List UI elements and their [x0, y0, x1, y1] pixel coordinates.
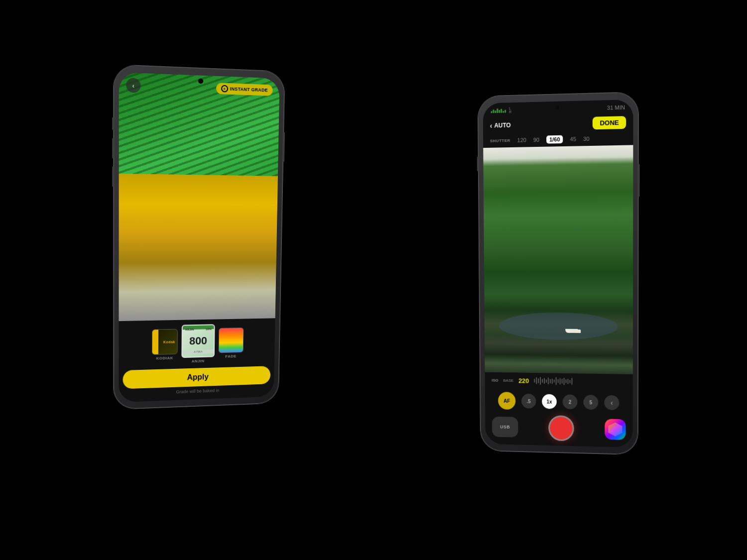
apply-label: Apply [187, 372, 209, 382]
kodiak-card-inner: Kodak [152, 329, 178, 354]
done-button[interactable]: DONE [593, 116, 626, 129]
lut-button[interactable] [605, 419, 625, 440]
instant-grade-icon: + [221, 85, 228, 92]
chevron-left-icon: ‹ [490, 121, 493, 129]
chevron-left-icon: ‹ [132, 81, 135, 89]
phone2-screen: LR 31 MIN ‹ AUTO DONE SHUTTER 120 90 1/6… [483, 99, 633, 447]
shutter-30[interactable]: 30 [583, 135, 589, 141]
kodiak-label: KODIAK [156, 355, 173, 360]
phone2-right-button [638, 164, 640, 197]
anjin-card-inner: ANJIN 19% 800 A-T9KA [181, 324, 215, 358]
phone2-left-button [477, 156, 479, 171]
film-card-anjin[interactable]: ANJIN 19% 800 A-T9KA ANJIN [181, 324, 215, 364]
film-strip-row: Kodak KODIAK ANJIN 19% 800 [123, 323, 271, 365]
audio-levels [491, 108, 506, 112]
audio-bar-1 [491, 111, 493, 112]
iso-ticks [534, 375, 626, 387]
phone1-silent-switch [112, 117, 114, 130]
af-button[interactable]: AF [498, 392, 515, 410]
zoom-2x-button[interactable]: 2 [563, 394, 578, 409]
instant-grade-button[interactable]: + Instant Grade [216, 83, 273, 96]
tick [554, 379, 555, 382]
anjin-label: ANJIN [192, 358, 205, 363]
tick [546, 379, 547, 382]
zoom-5x-button[interactable]: 5 [583, 395, 598, 410]
boat-overlay [570, 329, 581, 333]
shutter-120[interactable]: 120 [517, 137, 526, 143]
tick [550, 378, 551, 383]
tick [556, 377, 557, 385]
time-display: 31 MIN [607, 104, 625, 111]
audio-bar-3 [495, 110, 496, 112]
anjin-name: ANJIN [185, 328, 194, 331]
zoom-row: AF .5 1x 2 5 ‹ [492, 391, 625, 411]
audio-bar-8 [504, 109, 506, 112]
shutter-45[interactable]: 45 [570, 136, 576, 142]
fade-card-inner [219, 327, 244, 352]
kodiak-stripe [152, 330, 158, 354]
iso-row: ISO BASE 220 [485, 372, 633, 390]
tick [534, 378, 535, 382]
tick [557, 379, 558, 383]
zoom-1x-button[interactable]: 1x [542, 394, 557, 409]
shutter-label: SHUTTER [490, 138, 510, 143]
audio-bar-7 [502, 111, 504, 112]
iso-slider[interactable] [534, 375, 626, 387]
phone2-controls-bar: ‹ AUTO DONE [483, 112, 633, 134]
tick [544, 378, 545, 384]
tick [567, 378, 568, 384]
anjin-top-info: ANJIN 19% [183, 327, 214, 332]
phone2-viewfinder [483, 145, 633, 374]
zoom-05-button[interactable]: .5 [521, 393, 536, 408]
usb-button[interactable]: USB [492, 416, 518, 437]
tick [538, 378, 539, 383]
phone1-screen: ‹ + Instant Grade [119, 72, 279, 402]
audio-section: LR [491, 107, 511, 114]
phone1-volume-up [112, 137, 114, 158]
instant-grade-label: Instant Grade [230, 86, 268, 93]
audio-bar-5 [498, 110, 500, 112]
record-button[interactable] [548, 415, 574, 441]
audio-bar-6 [500, 109, 502, 112]
shutter-160-active[interactable]: 1/60 [546, 135, 563, 143]
tick [563, 377, 564, 385]
scene: ‹ + Instant Grade [100, 56, 647, 504]
film-card-fade[interactable]: FADE [219, 327, 244, 358]
tick [559, 378, 560, 384]
auto-button[interactable]: ‹ AUTO [490, 121, 511, 129]
audio-bar-2 [493, 109, 494, 112]
lr-label: LR [509, 107, 511, 113]
lut-icon [608, 422, 622, 436]
phone1-viewfinder: ‹ + Instant Grade [119, 72, 279, 321]
tick [540, 377, 541, 385]
phone2-device: LR 31 MIN ‹ AUTO DONE SHUTTER 120 90 1/6… [478, 92, 638, 454]
phone2-photo [483, 145, 633, 374]
iso-value: 220 [518, 376, 529, 384]
tick [569, 379, 570, 383]
action-row: USB [492, 414, 626, 442]
tick [571, 378, 572, 385]
phone1-bottom-panel: Kodak KODIAK ANJIN 19% 800 [119, 318, 275, 402]
phone1-device: ‹ + Instant Grade [114, 64, 284, 409]
shutter-90[interactable]: 90 [533, 136, 539, 142]
phone1-top-bar: ‹ + Instant Grade [119, 72, 280, 103]
phone2-camera-hole [555, 105, 559, 109]
tick [565, 379, 566, 383]
audio-bar-4 [497, 108, 498, 112]
phone1-photo [119, 72, 279, 321]
fade-label: FADE [225, 354, 237, 358]
auto-label: AUTO [494, 121, 510, 129]
tick [536, 377, 537, 384]
anjin-iso-number: 800 [189, 335, 207, 346]
phone2-bottom-controls: AF .5 1x 2 5 ‹ USB [485, 387, 633, 447]
tick [561, 378, 562, 383]
anjin-sub-label: A-T9KA [182, 349, 214, 353]
apply-button[interactable]: Apply [123, 366, 271, 389]
controls-chevron-button[interactable]: ‹ [604, 395, 619, 410]
tick [552, 378, 553, 383]
phone1-right-button [283, 132, 285, 162]
tick [548, 377, 549, 384]
back-button[interactable]: ‹ [126, 78, 140, 93]
film-card-kodiak[interactable]: Kodak KODIAK [152, 329, 178, 360]
anjin-percentage: 19% [206, 328, 212, 331]
